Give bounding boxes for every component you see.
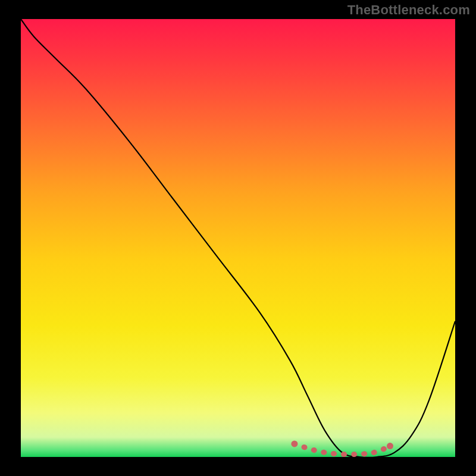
sweet-spot-end-dot xyxy=(387,443,393,449)
watermark-text: TheBottleneck.com xyxy=(347,2,470,18)
plot-area xyxy=(21,19,455,457)
sweet-spot-start-dot xyxy=(291,440,298,447)
gradient-background xyxy=(21,19,455,457)
chart-frame: TheBottleneck.com xyxy=(0,0,476,476)
bottleneck-curve-chart xyxy=(21,19,455,457)
